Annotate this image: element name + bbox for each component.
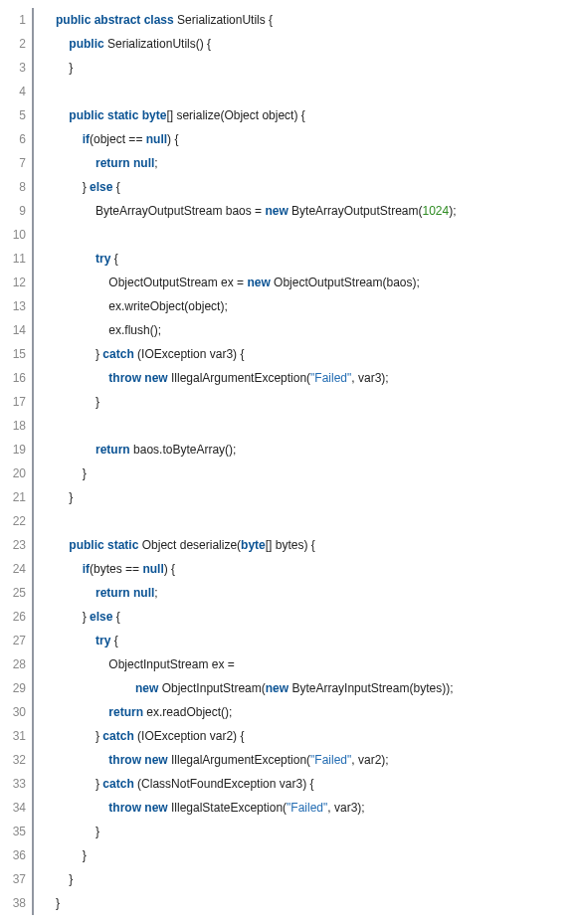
- code-line: }: [56, 843, 457, 867]
- code-content: public abstract class SerializationUtils…: [34, 8, 457, 915]
- keyword-token: null: [146, 132, 167, 146]
- text-token: IllegalArgumentException(: [171, 753, 310, 767]
- keyword-token: return: [108, 705, 146, 719]
- text-token: Object deserialize(: [142, 538, 241, 552]
- text-token: }: [56, 848, 87, 862]
- string-token: "Failed": [310, 371, 351, 385]
- text-token: }: [56, 466, 87, 480]
- line-number: 33: [0, 772, 26, 796]
- text-token: }: [56, 872, 73, 886]
- code-line: }: [56, 462, 457, 485]
- line-number: 31: [0, 724, 26, 748]
- text-token: {: [114, 252, 118, 266]
- text-token: [56, 371, 108, 385]
- keyword-token: if: [83, 132, 90, 146]
- code-line: if(bytes == null) {: [56, 557, 457, 581]
- text-token: (ClassNotFoundException var3) {: [137, 777, 313, 791]
- text-token: [56, 634, 96, 647]
- keyword-token: new: [265, 204, 291, 218]
- keyword-token: public static byte: [69, 108, 166, 122]
- keyword-token: catch: [102, 347, 137, 361]
- text-token: ;: [154, 586, 157, 600]
- keyword-token: new: [247, 276, 274, 289]
- keyword-token: new: [266, 681, 292, 695]
- text-token: IllegalArgumentException(: [171, 371, 310, 385]
- text-token: baos.toByteArray();: [133, 443, 236, 457]
- keyword-token: catch: [102, 777, 137, 791]
- text-token: }: [56, 347, 102, 361]
- keyword-token: new: [135, 681, 162, 695]
- line-number: 24: [0, 557, 26, 581]
- code-line: try {: [56, 629, 457, 652]
- line-number: 2: [0, 32, 26, 56]
- line-number: 16: [0, 366, 26, 390]
- text-token: ex.writeObject(object);: [56, 299, 228, 313]
- text-token: (IOException var3) {: [137, 347, 244, 361]
- keyword-token: public abstract class: [56, 13, 177, 27]
- text-token: }: [56, 825, 99, 838]
- string-token: "Failed": [287, 801, 327, 815]
- code-line: throw new IllegalArgumentException("Fail…: [56, 748, 457, 772]
- code-line: public static Object deserialize(byte[] …: [56, 533, 457, 557]
- line-number: 27: [0, 629, 26, 652]
- code-line: }: [56, 390, 457, 414]
- code-line: }: [56, 485, 457, 509]
- code-line: } else {: [56, 175, 457, 199]
- text-token: ObjectOutputStream ex =: [56, 276, 247, 289]
- line-number: 9: [0, 199, 26, 223]
- line-number-gutter: 1234567891011121314151617181920212223242…: [0, 8, 34, 915]
- line-number: 7: [0, 151, 26, 175]
- code-line: } else {: [56, 605, 457, 629]
- line-number: 10: [0, 223, 26, 247]
- text-token: }: [56, 490, 73, 504]
- line-number: 17: [0, 390, 26, 414]
- text-token: ByteArrayInputStream(bytes));: [291, 681, 453, 695]
- code-line: ex.writeObject(object);: [56, 294, 457, 318]
- text-token: [56, 252, 96, 266]
- text-token: [56, 132, 83, 146]
- code-line: [56, 414, 457, 438]
- text-token: IllegalStateException(: [171, 801, 287, 815]
- code-line: throw new IllegalArgumentException("Fail…: [56, 366, 457, 390]
- line-number: 3: [0, 56, 26, 80]
- line-number: 12: [0, 271, 26, 294]
- text-token: SerializationUtils() {: [107, 37, 211, 51]
- line-number: 11: [0, 247, 26, 271]
- code-line: }: [56, 891, 457, 915]
- keyword-token: try: [96, 252, 114, 266]
- text-token: ByteArrayOutputStream(: [291, 204, 422, 218]
- code-line: new ObjectInputStream(new ByteArrayInput…: [56, 676, 457, 700]
- line-number: 26: [0, 605, 26, 629]
- line-number: 15: [0, 342, 26, 366]
- line-number: 37: [0, 867, 26, 891]
- keyword-token: return null: [96, 156, 154, 170]
- text-token: {: [116, 610, 120, 624]
- line-number: 36: [0, 843, 26, 867]
- text-token: [56, 443, 96, 457]
- text-token: {: [116, 180, 120, 194]
- text-token: [56, 753, 108, 767]
- number-token: 1024: [422, 204, 449, 218]
- code-line: if(object == null) {: [56, 127, 457, 151]
- code-line: [56, 80, 457, 103]
- code-line: } catch (ClassNotFoundException var3) {: [56, 772, 457, 796]
- text-token: (object ==: [90, 132, 146, 146]
- keyword-token: public: [69, 37, 107, 51]
- code-line: return null;: [56, 151, 457, 175]
- line-number: 35: [0, 820, 26, 843]
- text-token: }: [56, 610, 90, 624]
- line-number: 23: [0, 533, 26, 557]
- text-token: ) {: [167, 132, 178, 146]
- line-number: 30: [0, 700, 26, 724]
- string-token: "Failed": [310, 753, 351, 767]
- code-line: }: [56, 56, 457, 80]
- code-line: ObjectOutputStream ex = new ObjectOutput…: [56, 271, 457, 294]
- code-line: [56, 223, 457, 247]
- line-number: 5: [0, 103, 26, 127]
- text-token: }: [56, 61, 73, 75]
- line-number: 25: [0, 581, 26, 605]
- code-line: } catch (IOException var3) {: [56, 342, 457, 366]
- text-token: ;: [154, 156, 157, 170]
- code-line: return baos.toByteArray();: [56, 438, 457, 462]
- line-number: 6: [0, 127, 26, 151]
